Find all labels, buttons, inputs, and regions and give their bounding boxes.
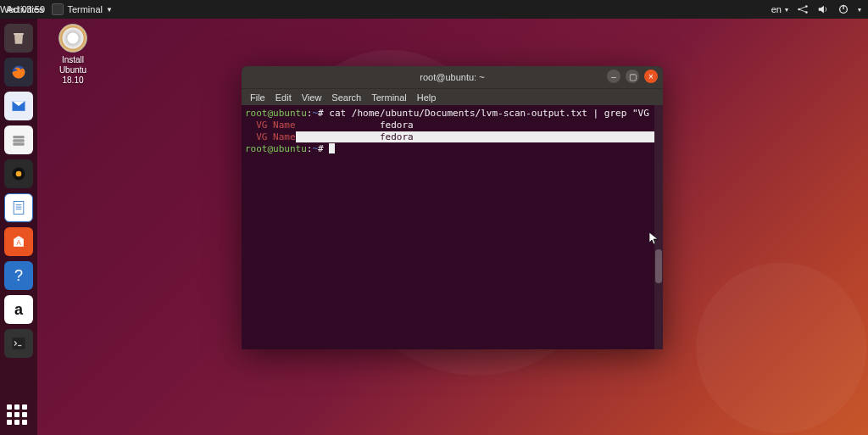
- output-vg-value-2-selected[interactable]: fedora: [296, 131, 663, 142]
- terminal-body[interactable]: root@ubuntu:~# cat /home/ubuntu/Document…: [242, 105, 663, 349]
- output-vg-label-2: VG Name: [245, 131, 296, 142]
- cd-icon: [58, 24, 87, 53]
- window-maximize-button[interactable]: ▢: [626, 70, 639, 83]
- terminal-cursor: [329, 143, 335, 153]
- svg-rect-8: [13, 142, 24, 145]
- dock-files[interactable]: [4, 125, 33, 154]
- output-vg-label-1: VG Name: [245, 120, 296, 131]
- terminal-scroll-thumb[interactable]: [655, 249, 662, 283]
- menu-search[interactable]: Search: [331, 92, 361, 103]
- menu-view[interactable]: View: [302, 92, 322, 103]
- svg-text:A: A: [16, 238, 21, 247]
- dock-amazon[interactable]: a: [4, 295, 33, 324]
- terminal-scrollbar[interactable]: [654, 105, 663, 349]
- menu-terminal[interactable]: Terminal: [371, 92, 407, 103]
- dock-rhythmbox[interactable]: [4, 159, 33, 188]
- menu-edit[interactable]: Edit: [275, 92, 292, 103]
- dock-help[interactable]: ?: [4, 261, 33, 290]
- applications-grid-button[interactable]: [7, 404, 29, 427]
- output-vg-value-1: fedora: [296, 120, 414, 131]
- desktop-install-ubuntu[interactable]: Install Ubuntu 18.10: [46, 24, 100, 86]
- terminal-title-text: root@ubuntu: ~: [420, 72, 484, 82]
- svg-point-10: [16, 171, 22, 177]
- dock-trash[interactable]: [4, 24, 33, 53]
- prompt-end: #: [318, 143, 329, 154]
- terminal-window[interactable]: root@ubuntu: ~ – ▢ × File Edit View Sear…: [242, 66, 663, 349]
- terminal-menubar: File Edit View Search Terminal Help: [242, 88, 663, 105]
- terminal-command: cat /home/ubuntu/Documents/lvm-scan-outp…: [329, 108, 663, 119]
- menu-help[interactable]: Help: [417, 92, 437, 103]
- svg-rect-6: [13, 136, 24, 138]
- svg-rect-17: [13, 337, 25, 349]
- output-vg-value-2-text: fedora: [296, 131, 414, 142]
- window-minimize-button[interactable]: –: [607, 70, 620, 83]
- dock-writer[interactable]: [4, 193, 33, 222]
- clock[interactable]: Wed 03:59: [0, 4, 868, 14]
- dock-thunderbird[interactable]: [4, 92, 33, 120]
- dock-terminal[interactable]: [4, 329, 33, 358]
- prompt-user: root@ubuntu: [245, 143, 307, 154]
- window-close-button[interactable]: ×: [644, 70, 658, 83]
- svg-rect-11: [14, 202, 24, 215]
- prompt-user: root@ubuntu: [245, 108, 307, 119]
- svg-rect-7: [13, 139, 24, 142]
- desktop-install-label: Install Ubuntu 18.10: [46, 55, 100, 86]
- prompt-end: #: [318, 108, 329, 119]
- menu-file[interactable]: File: [250, 92, 265, 103]
- dock: A ? a: [0, 19, 37, 435]
- top-bar: Activities Terminal ▼ Wed 03:59 en▾ ▾: [0, 0, 868, 19]
- terminal-titlebar[interactable]: root@ubuntu: ~ – ▢ ×: [242, 66, 663, 88]
- dock-firefox[interactable]: [4, 58, 33, 86]
- dock-software[interactable]: A: [4, 227, 33, 256]
